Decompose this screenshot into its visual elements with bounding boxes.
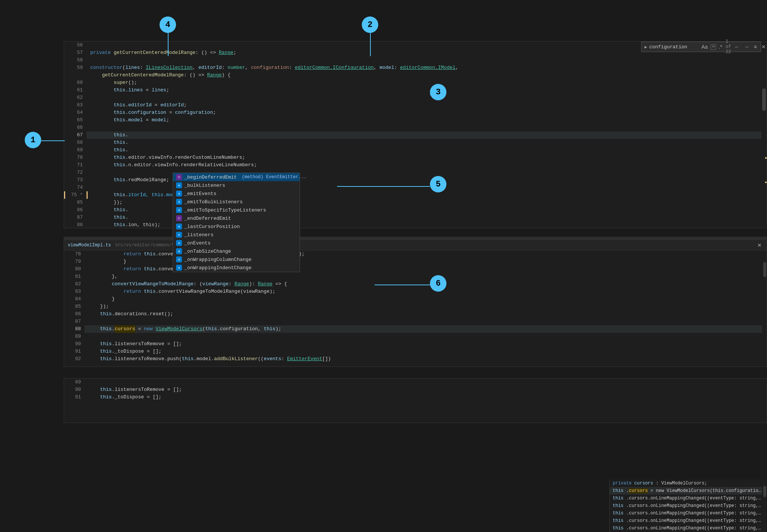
rp-line-2: this .cursors = new ViewModelCursors(thi… <box>610 487 767 495</box>
ac-item-beginDeferredEmit[interactable]: ⊕ _beginDeferredEmit (method) EventEmitt… <box>173 173 300 181</box>
line-num-87: 87 <box>64 214 83 221</box>
ac-item-onTabSizeChange[interactable]: ◈ _onTabSizeChange <box>173 247 300 255</box>
search-bar: ▶ Aa ⁰² .* 1 of 22 ← → ≡ ✕ <box>641 42 761 52</box>
line-num-69: 69 <box>64 146 83 154</box>
search-controls: Aa ⁰² .* <box>700 43 724 50</box>
search-input[interactable] <box>649 44 698 50</box>
sc-89 <box>85 379 767 386</box>
rp-5-rest: .cursors.onLineMappingChanged((eventType… <box>626 511 767 516</box>
code-cont-colon: : () => <box>184 72 207 79</box>
prop-model: model <box>128 116 143 124</box>
rp-scrollbar-thumb[interactable] <box>763 486 766 497</box>
code-87-dot: . <box>125 214 128 221</box>
annotation-4-line <box>168 33 169 56</box>
sc-90-indent <box>88 386 100 393</box>
ac-item-onWrappingColumnChange[interactable]: ◈ _onWrappingColumnChange <box>173 255 300 264</box>
annotation-3-label: 3 <box>436 88 440 97</box>
bn-81: 81 <box>64 273 81 280</box>
code-line-71: this . n.editor.viewInfo.renderRelativeL… <box>87 161 767 169</box>
ac-icon-field-4: ◈ <box>176 199 182 205</box>
ac-item-bulkListeners[interactable]: ◈ _bulkListeners <box>173 181 300 189</box>
bc-90-this: this <box>100 340 112 348</box>
annotation-5-label: 5 <box>436 180 440 189</box>
sn-90: 90 <box>64 386 81 393</box>
type-IModel: editorCommon.IModel <box>400 64 455 72</box>
prop-editorId: editorId <box>128 101 151 109</box>
rp-3-rest: .cursors.onLineMappingChanged((eventType… <box>626 496 767 501</box>
ac-item-lastCursorPosition[interactable]: ◈ _lastCursorPosition <box>173 222 300 231</box>
line-num-75: 75 * <box>64 191 83 199</box>
scrollbar-thumb-top[interactable] <box>762 88 766 111</box>
prev-match-button[interactable]: ← <box>733 43 741 50</box>
ac-item-onEvents[interactable]: ◈ _onEvents <box>173 239 300 247</box>
code-86-indent <box>90 206 113 214</box>
autocomplete-dropdown[interactable]: ⊕ _beginDeferredEmit (method) EventEmitt… <box>173 173 300 272</box>
bc-88-this2: this <box>205 325 217 333</box>
bc-88-cursors-hl: cursors <box>115 325 135 333</box>
bc-86-rest: .decorations.reset(); <box>112 310 173 318</box>
whole-word-button[interactable]: ⁰² <box>710 44 716 50</box>
bc-88-eq: = <box>135 325 144 333</box>
code-68-indent <box>90 139 113 146</box>
bc-92-this: this <box>100 355 112 363</box>
code-line-66 <box>87 124 767 131</box>
regex-button[interactable]: .* <box>718 43 723 50</box>
code-70-trailing: editor.viewInfo.renderCustomLineNumbers; <box>128 154 245 161</box>
bc-92-rest: .listenersToRemove.push( <box>112 355 182 363</box>
code-88-dot: . <box>125 221 128 228</box>
code-87-indent <box>90 214 113 221</box>
code-60-indent <box>90 79 113 86</box>
annotation-4: 4 <box>160 16 176 33</box>
bn-90: 90 <box>64 340 81 348</box>
annotation-3: 3 <box>430 84 446 100</box>
rp-line-3: this .cursors.onLineMappingChanged((even… <box>610 495 767 502</box>
bc-89 <box>85 333 767 340</box>
bn-80: 80 <box>64 265 81 273</box>
bc-92-events: events <box>264 355 281 363</box>
bc-82-cvr: convertViewRangeToModelRange <box>112 280 193 288</box>
bc-83-indent <box>88 288 124 295</box>
ac-icon-field-3: ◈ <box>176 191 182 197</box>
annotation-1: 1 <box>25 132 41 148</box>
rp-this-5: this <box>613 511 624 516</box>
this-73: this <box>113 176 125 184</box>
bc-88-config: .configuration, <box>217 325 264 333</box>
close-bottom-panel-button[interactable]: ✕ <box>756 242 763 249</box>
this-65: this <box>113 116 125 124</box>
line-num-65: 65 <box>64 116 83 124</box>
ac-name-10: _onTabSizeChange <box>184 249 297 254</box>
annotation-4-label: 4 <box>165 20 170 30</box>
ac-item-emitEvents[interactable]: ◈ _emitEvents <box>173 189 300 198</box>
ac-item-listeners[interactable]: ◈ _listeners <box>173 231 300 239</box>
type-IConfiguration: editorCommon.IConfiguration <box>295 64 374 72</box>
ac-item-endDeferredEmit[interactable]: ⊕ _endDeferredEmit <box>173 214 300 222</box>
line-num-88: 88 <box>64 221 83 229</box>
sc-90-this: this <box>100 386 112 393</box>
code-63-eq: = <box>152 101 160 109</box>
rp-cursors-1: cursors <box>634 481 653 486</box>
close-search-button[interactable]: ✕ <box>760 43 767 50</box>
annotation-1-label: 1 <box>30 136 35 145</box>
ac-name-6: _endDeferredEmit <box>184 216 297 221</box>
ac-item-emitToBulkListeners[interactable]: ◈ _emitToBulkListeners <box>173 198 300 206</box>
ac-icon-field-12: ◈ <box>176 265 182 271</box>
code-70-dot: . <box>125 154 128 161</box>
ac-item-onWrappingIndentChange[interactable]: ◈ _onWrappingIndentChange <box>173 264 300 272</box>
ac-name-2: _bulkListeners <box>184 183 297 188</box>
code-73-indent <box>90 176 113 184</box>
toggle-details-button[interactable]: ≡ <box>753 43 758 50</box>
code-line-67: this . <box>87 131 767 139</box>
bc-88-ViewModelCursors: ViewModelCursors <box>155 325 202 333</box>
bc-82-viewRange: viewRange <box>202 280 228 288</box>
line-num-58: 58 <box>64 57 83 64</box>
bottom-scrollbar-thumb[interactable] <box>763 262 766 277</box>
line-num-63: 63 <box>64 101 83 109</box>
ac-icon-field-5: ◈ <box>176 207 182 213</box>
bc-82: convertViewRangeToModelRange : ( viewRan… <box>85 280 767 288</box>
ac-item-emitToSpecificTypeListeners[interactable]: ◈ _emitToSpecificTypeListeners <box>173 206 300 214</box>
next-match-button[interactable]: → <box>743 43 751 50</box>
match-case-button[interactable]: Aa <box>700 43 709 50</box>
ac-name-7: _lastCursorPosition <box>184 224 297 229</box>
this-69: this <box>113 146 125 154</box>
bc-85-txt: }); <box>88 303 109 310</box>
